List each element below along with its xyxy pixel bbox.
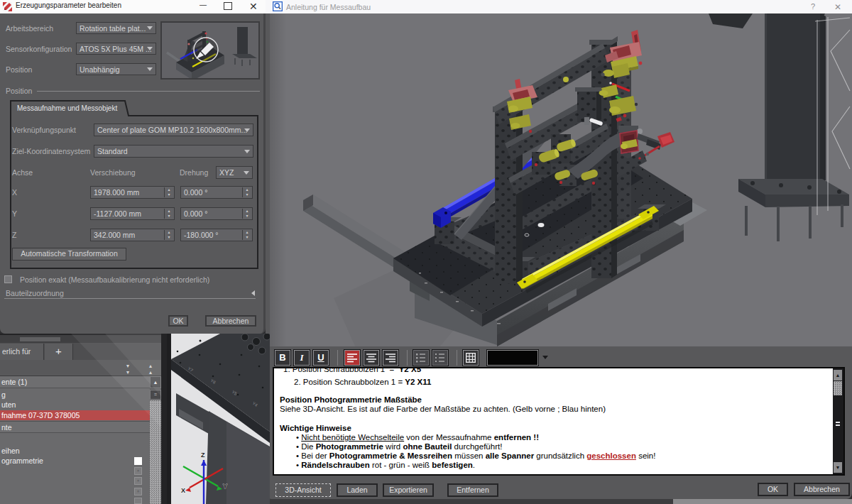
svg-text:Z: Z — [201, 451, 205, 459]
svg-text:X: X — [181, 487, 185, 494]
svg-text:Y: Y — [223, 483, 227, 490]
